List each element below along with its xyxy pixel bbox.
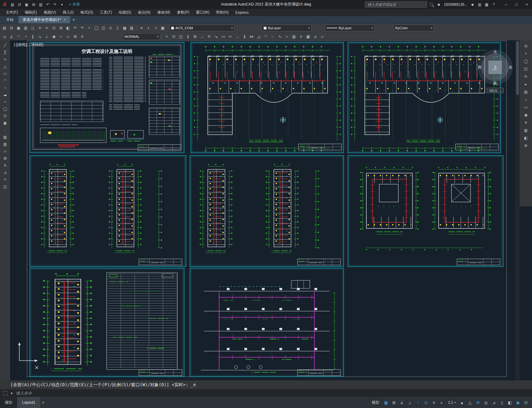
publish-icon[interactable]: ≡: [37, 25, 43, 31]
clean-screen-icon[interactable]: ⊡: [522, 399, 530, 406]
menu-insert[interactable]: 插入(I): [59, 9, 77, 16]
dim-style-icon[interactable]: ▱: [65, 34, 71, 40]
copy-object-icon[interactable]: ⊡: [171, 34, 177, 40]
table-style-icon[interactable]: ⊞: [72, 34, 78, 40]
polygon-tool-icon[interactable]: △: [2, 63, 8, 69]
user-icon[interactable]: ☻: [435, 2, 442, 8]
tab-drawing[interactable]: 采供大楼中央空调设计* ×: [18, 16, 70, 23]
command-customize-icon[interactable]: [3, 391, 7, 395]
array-icon[interactable]: ⊞: [192, 34, 198, 40]
compass-west-label[interactable]: 西: [478, 65, 482, 69]
close-button[interactable]: ×: [522, 0, 532, 9]
lineweight-display-icon[interactable]: ≡: [430, 399, 438, 406]
snap-icon[interactable]: ⊞: [390, 399, 398, 406]
plot-icon[interactable]: ▥: [37, 2, 44, 8]
compass-south-label[interactable]: 南: [493, 81, 497, 85]
camera-icon[interactable]: ◉: [523, 112, 529, 118]
quick-access-dropdown-icon[interactable]: ▾: [59, 2, 65, 8]
cart-icon[interactable]: ▥: [476, 2, 483, 8]
vertical-scrollbar[interactable]: [515, 40, 520, 380]
command-prompt-line[interactable]: [全部(A)/中心(C)/动态(D)/范围(E)/上一个(P)/比例(S)/窗口…: [0, 380, 532, 389]
save-as-icon[interactable]: ⊞: [30, 2, 37, 8]
tab-close-icon[interactable]: ×: [64, 18, 66, 22]
hatch-tool-icon[interactable]: ▨: [2, 134, 8, 140]
open-icon[interactable]: ⊟: [8, 25, 15, 31]
line-tool-icon[interactable]: ╱: [2, 42, 8, 48]
leader-icon[interactable]: ↘: [37, 34, 43, 40]
layer-properties-icon[interactable]: ▩: [160, 25, 166, 31]
move-icon[interactable]: ↔: [199, 34, 205, 40]
materials-icon[interactable]: ▨: [523, 127, 529, 133]
user-icon[interactable]: ☻: [469, 2, 476, 8]
layer-combo[interactable]: ACS_COM ▾: [169, 25, 234, 31]
construction-line-tool-icon[interactable]: ╳: [2, 49, 8, 55]
point-style-icon[interactable]: ∙: [326, 34, 333, 40]
quick-properties-icon[interactable]: ▯: [498, 399, 506, 406]
viewport-panel-plan-3f[interactable]: [30, 156, 186, 267]
nav-settings-icon[interactable]: ⚙: [523, 143, 529, 149]
tab-model[interactable]: 模型: [0, 397, 17, 408]
viewport-panel-plan-5f[interactable]: [348, 156, 503, 267]
show-motion-icon[interactable]: ▸: [523, 81, 529, 87]
isolate-objects-icon[interactable]: ◧: [506, 399, 514, 406]
tool-palettes-icon[interactable]: ▨: [128, 25, 135, 31]
circle-tool-icon[interactable]: ○: [2, 85, 8, 91]
mirror-tool-icon[interactable]: ◫: [2, 184, 8, 190]
undo-tool-icon[interactable]: ↶: [72, 25, 78, 31]
properties-icon[interactable]: ▯: [114, 25, 121, 31]
zoom-window-icon[interactable]: ◰: [100, 25, 107, 31]
minimize-button[interactable]: –: [501, 0, 511, 9]
infer-constraints-icon[interactable]: ∠: [398, 399, 406, 406]
design-center-icon[interactable]: ▦: [121, 25, 128, 31]
sun-properties-icon[interactable]: ☀: [523, 120, 529, 126]
viewport-panel-schedule[interactable]: [30, 268, 184, 377]
offset-icon[interactable]: ∥: [185, 34, 191, 40]
spline-edit-icon[interactable]: ≈: [284, 34, 290, 40]
tab-layout1[interactable]: Layout1: [17, 397, 40, 408]
render-icon[interactable]: ◧: [523, 135, 529, 141]
save-file-icon[interactable]: ▣: [15, 25, 22, 31]
center-mark-icon[interactable]: ◉: [51, 34, 57, 40]
graphics-performance-icon[interactable]: ◉: [514, 399, 522, 406]
menu-modify[interactable]: 修改(M): [154, 9, 174, 16]
measure-icon[interactable]: ⊿: [312, 34, 318, 40]
spline-tool-icon[interactable]: ≈: [2, 99, 8, 105]
rectangle-tool-icon[interactable]: ▭: [2, 70, 8, 77]
insert-block-tool-icon[interactable]: ⊡: [2, 113, 8, 119]
model-space-button[interactable]: 模型: [369, 400, 382, 405]
cut-icon[interactable]: ✂: [44, 25, 50, 31]
wcs-selector[interactable]: WCS ▾: [487, 88, 503, 93]
autocad-logo-icon[interactable]: A: [0, 0, 9, 9]
units-icon[interactable]: ⊿: [490, 399, 498, 406]
layer-freeze-icon[interactable]: ◐: [145, 25, 152, 31]
help-icon[interactable]: ?: [491, 2, 497, 8]
tolerance-icon[interactable]: ⊥: [44, 34, 50, 40]
join-icon[interactable]: ⋈: [248, 34, 255, 40]
explode-icon[interactable]: ∴: [270, 34, 276, 40]
dim-edit-icon[interactable]: ≈: [58, 34, 64, 40]
mirror-icon[interactable]: ◫: [178, 34, 184, 40]
break-icon[interactable]: ∦: [241, 34, 248, 40]
section-plane-icon[interactable]: ▭: [523, 104, 529, 110]
tab-start[interactable]: 开始: [2, 16, 18, 23]
dim-angular-icon[interactable]: ∠: [8, 34, 15, 40]
dimension-tool-icon[interactable]: ⊿: [2, 169, 8, 176]
viewport-panel-notes[interactable]: 空调工程设计及施工说明: [30, 42, 184, 153]
layer-lock-icon[interactable]: ◑: [152, 25, 159, 31]
polar-tracking-icon[interactable]: ◔: [414, 399, 422, 406]
menu-view[interactable]: 视图(V): [40, 9, 59, 16]
menu-format[interactable]: 格式(O): [77, 9, 97, 16]
menu-help[interactable]: 帮助(H): [213, 9, 232, 16]
pan-icon[interactable]: +: [523, 50, 529, 57]
annotation-scale-combo[interactable]: 1:1 ▾: [446, 400, 458, 405]
rotate-icon[interactable]: ↻: [206, 34, 212, 40]
drawing-canvas[interactable]: [-][俯视][二维线框] 空调工程设计及施工说明: [10, 40, 515, 380]
account-label[interactable]: 1505999135...: [444, 2, 467, 7]
viewcube[interactable]: 北 南 东 西 上 WCS ▾: [478, 50, 513, 93]
autoscale-icon[interactable]: △: [466, 399, 474, 406]
stretch-icon[interactable]: ↦: [220, 34, 227, 40]
menu-tools[interactable]: 工具(T): [97, 9, 115, 16]
menu-dimension[interactable]: 标注(N): [135, 9, 154, 16]
orbit-icon[interactable]: ↻: [523, 73, 529, 80]
compass-east-label[interactable]: 东: [509, 65, 512, 69]
